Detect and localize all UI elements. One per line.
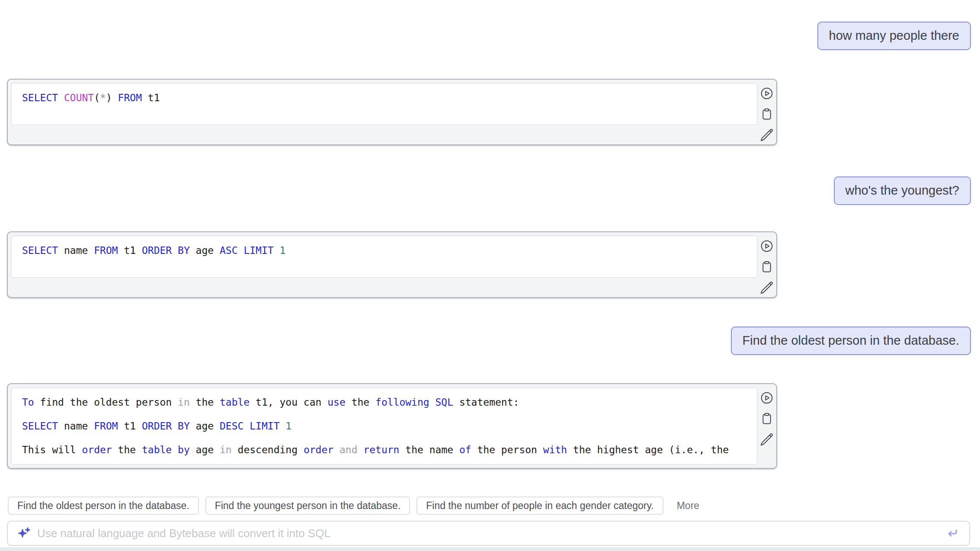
clipboard-icon [760, 260, 774, 274]
pencil-icon [760, 281, 774, 295]
user-message-row: how many people there [0, 0, 980, 50]
sql-response-block: SELECT COUNT(*) FROM t1 [7, 79, 777, 145]
edit-sql-button[interactable] [760, 432, 774, 446]
copy-sql-button[interactable] [760, 260, 774, 274]
sql-code-area: SELECT COUNT(*) FROM t1 [11, 83, 757, 125]
nl-query-input-container[interactable] [7, 521, 970, 546]
return-arrow-icon[interactable] [945, 526, 960, 541]
suggestion-row: Find the oldest person in the database. … [8, 497, 980, 515]
suggestion-button[interactable]: Find the number of people in each gender… [416, 497, 663, 515]
bottom-divider [0, 548, 980, 551]
edit-sql-button[interactable] [760, 281, 774, 295]
block-action-icons [757, 232, 776, 295]
edit-sql-button[interactable] [760, 128, 774, 142]
user-message-bubble: who's the youngest? [834, 176, 971, 205]
user-message-row: who's the youngest? [0, 176, 980, 205]
pencil-icon [760, 128, 774, 142]
sql-code-area: To find the oldest person in the table t… [11, 388, 757, 465]
play-circle-icon [760, 86, 774, 100]
user-message-bubble: how many people there [817, 22, 971, 50]
user-message-row: Find the oldest person in the database. [0, 327, 980, 355]
run-sql-button[interactable] [760, 391, 774, 405]
copy-sql-button[interactable] [760, 412, 774, 426]
sql-code-area: SELECT name FROM t1 ORDER BY age ASC LIM… [11, 236, 757, 278]
sql-response-block: SELECT name FROM t1 ORDER BY age ASC LIM… [7, 231, 777, 298]
suggestion-button[interactable]: Find the youngest person in the database… [205, 497, 410, 515]
sparkles-icon [17, 526, 31, 540]
clipboard-icon [760, 412, 774, 426]
run-sql-button[interactable] [760, 86, 774, 100]
clipboard-icon [760, 107, 774, 121]
suggestion-button[interactable]: Find the oldest person in the database. [8, 497, 199, 515]
block-action-icons [757, 384, 776, 446]
play-circle-icon [760, 391, 774, 405]
play-circle-icon [760, 239, 774, 253]
pencil-icon [760, 432, 774, 446]
sql-response-block: To find the oldest person in the table t… [7, 383, 777, 469]
run-sql-button[interactable] [760, 239, 774, 253]
more-suggestions-button[interactable]: More [674, 500, 702, 512]
copy-sql-button[interactable] [760, 107, 774, 121]
nl-query-input[interactable] [36, 526, 945, 541]
block-action-icons [757, 80, 776, 142]
user-message-bubble: Find the oldest person in the database. [731, 327, 971, 355]
